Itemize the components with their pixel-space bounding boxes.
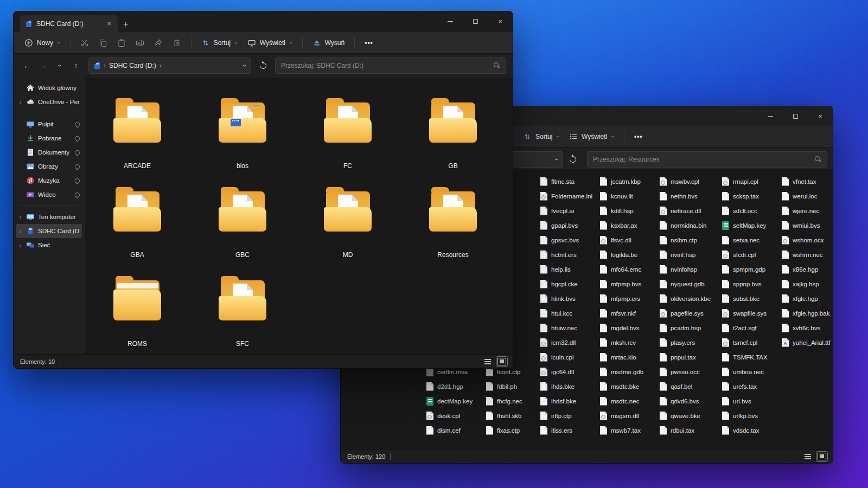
file-item[interactable]: spmpm.gdp <box>722 262 780 277</box>
file-item[interactable]: xfgle.hgp.bak <box>782 306 833 320</box>
tab-sdhc-card[interactable]: SDHC Card (D:) × <box>20 15 118 32</box>
file-item[interactable]: rdbui.tax <box>660 423 717 438</box>
sidebar-item-obrazy[interactable]: Obrazy <box>16 159 82 174</box>
breadcrumb[interactable]: › SDHC Card (D:) › › <box>88 57 251 74</box>
breadcrumb-item[interactable]: SDHC Card (D:) <box>109 62 156 69</box>
file-item[interactable]: gpsvc.bvs <box>540 233 598 247</box>
file-item[interactable]: qwave.bke <box>660 408 717 423</box>
file-item[interactable]: dectMap.key <box>426 394 484 408</box>
file-item[interactable]: urlkp.bvs <box>722 408 780 423</box>
file-item[interactable]: mswbv.cpl <box>660 174 717 189</box>
file-item[interactable]: mfc64.emc <box>600 262 658 277</box>
file-item[interactable]: mrtac.klo <box>600 350 658 364</box>
file-item[interactable]: normidna.bin <box>660 218 717 233</box>
file-item[interactable]: sdclt.occ <box>722 203 780 218</box>
file-item[interactable]: icm32.dll <box>540 335 598 350</box>
tab-close-icon[interactable]: × <box>105 20 113 28</box>
refresh-button[interactable] <box>256 58 271 73</box>
recent-locations-button[interactable]: › <box>53 59 67 73</box>
details-view-toggle[interactable] <box>483 358 492 365</box>
file-item[interactable]: nvinf.hsp <box>660 247 717 262</box>
file-item[interactable]: mgdel.bvs <box>600 320 658 335</box>
sidebar-item-wideo[interactable]: Wideo <box>16 188 82 202</box>
file-item[interactable]: werui.ioc <box>782 189 833 203</box>
folder-tile[interactable]: ROMS <box>85 268 190 357</box>
file-item[interactable]: msdmo.gdb <box>600 364 658 379</box>
file-item[interactable]: ihds.bke <box>540 379 598 394</box>
sort-button[interactable]: Sortuj› <box>519 129 564 144</box>
paste-button[interactable] <box>113 35 130 50</box>
new-tab-button[interactable]: + <box>123 20 128 29</box>
file-item[interactable]: nsibm.ctp <box>660 233 717 247</box>
file-item[interactable]: url.bvs <box>722 394 780 408</box>
file-item[interactable]: rmapi.cpl <box>722 174 780 189</box>
file-item[interactable]: pnpui.tax <box>660 350 717 364</box>
file-item[interactable]: nettrace.dll <box>660 203 717 218</box>
up-button[interactable]: ↑ <box>69 59 83 73</box>
maximize-button[interactable] <box>783 106 808 126</box>
file-item[interactable]: setxa.nec <box>722 233 780 247</box>
file-item[interactable]: dism.cef <box>426 423 484 438</box>
sidebar-item-sie-[interactable]: ›Sieć <box>16 238 82 252</box>
file-item[interactable]: ihdsf.bke <box>540 394 598 408</box>
search-input[interactable] <box>593 156 810 163</box>
file-item[interactable]: subst.bke <box>722 291 780 306</box>
delete-button[interactable] <box>168 35 186 50</box>
file-item[interactable]: yahei_Arial.ttf <box>782 335 833 350</box>
file-item[interactable]: qasf.bel <box>660 379 717 394</box>
file-item[interactable]: umboa.nec <box>722 364 780 379</box>
file-item[interactable]: fhshl.skb <box>486 408 544 423</box>
file-item[interactable]: fltmc.sta <box>540 174 598 189</box>
file-item[interactable]: logilda.be <box>600 247 658 262</box>
file-item[interactable]: mfsvr.nkf <box>600 306 658 320</box>
large-icons-view-toggle[interactable] <box>497 358 506 365</box>
folder-tile[interactable]: FC <box>295 91 400 179</box>
file-item[interactable]: nyquest.gdb <box>660 277 717 291</box>
file-item[interactable]: help.lis <box>540 262 598 277</box>
search-input[interactable] <box>281 62 489 69</box>
file-item[interactable]: nethn.bvs <box>660 189 717 203</box>
back-button[interactable]: ← <box>20 59 34 73</box>
cut-button[interactable] <box>76 35 93 50</box>
file-item[interactable]: t2act.sgf <box>722 320 780 335</box>
large-icons-view-toggle[interactable] <box>818 453 826 460</box>
forward-button[interactable]: → <box>36 59 50 73</box>
file-item[interactable]: fhcfg.nec <box>486 394 544 408</box>
sidebar-item-dokumenty[interactable]: Dokumenty <box>16 145 82 159</box>
file-item[interactable]: nvinfohsp <box>660 262 717 277</box>
file-item[interactable]: wmiui.bvs <box>782 218 833 233</box>
file-item[interactable]: oldversion.kbe <box>660 291 717 306</box>
file-item[interactable]: pwsso.occ <box>660 364 717 379</box>
view-button[interactable]: Wyświetl› <box>243 35 297 50</box>
sidebar-item-pobrane[interactable]: Pobrane <box>16 131 82 145</box>
file-item[interactable]: qdvd6.bvs <box>660 394 717 408</box>
more-options-button[interactable]: ••• <box>630 130 647 144</box>
view-button[interactable]: Wyświetl› <box>565 129 618 144</box>
folder-tile[interactable]: Resources <box>400 179 506 268</box>
folder-tile[interactable]: GB <box>400 91 506 179</box>
file-item[interactable]: xvb6c.bvs <box>782 320 833 335</box>
file-item[interactable]: tsmcf.cpl <box>722 335 780 350</box>
file-item[interactable]: hlink.bvs <box>540 291 598 306</box>
refresh-button[interactable] <box>565 152 580 167</box>
sidebar-item-widok-g-wny[interactable]: Widok główny <box>16 81 82 95</box>
file-item[interactable]: sppnp.bvs <box>722 277 780 291</box>
file-item[interactable]: mswb7.tax <box>600 423 658 438</box>
file-item[interactable]: fdbil.ph <box>486 379 544 394</box>
file-item[interactable]: swapfile.sys <box>722 306 780 320</box>
rename-button[interactable]: A <box>131 35 149 50</box>
new-button[interactable]: Nowy› <box>20 35 65 50</box>
sort-button[interactable]: Sortuj› <box>197 35 242 50</box>
file-item[interactable]: ksxbar.ax <box>600 218 658 233</box>
sidebar-item-pulpit[interactable]: Pulpit <box>16 117 82 131</box>
sidebar-item-muzyka[interactable]: Muzyka <box>16 174 82 188</box>
file-item[interactable]: msgsm.dll <box>600 408 658 423</box>
close-button[interactable]: × <box>488 11 513 31</box>
file-item[interactable]: fixas.ctp <box>486 423 544 438</box>
share-button[interactable] <box>150 35 167 50</box>
file-item[interactable]: msdtc.nec <box>600 394 658 408</box>
file-item[interactable]: xajkg.hsp <box>782 277 833 291</box>
file-item[interactable]: hctml.ers <box>540 247 598 262</box>
maximize-button[interactable] <box>463 11 488 31</box>
close-button[interactable]: × <box>808 106 833 126</box>
